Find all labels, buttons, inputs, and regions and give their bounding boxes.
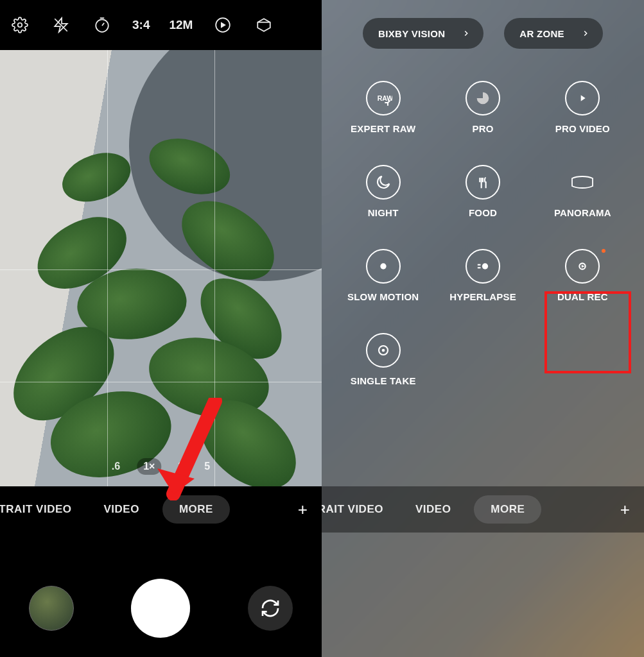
mode-single-take[interactable]: SINGLE TAKE [333, 333, 433, 386]
viewfinder-subject [45, 133, 289, 486]
mode-night[interactable]: NIGHT [333, 165, 433, 218]
mode-bar-left: PORTRAIT VIDEO VIDEO MORE + [0, 486, 322, 533]
bixby-vision-label: BIXBY VISION [378, 28, 445, 39]
night-icon [366, 165, 401, 200]
svg-marker-14 [581, 95, 586, 101]
zoom-level-3[interactable]: 3 [174, 458, 187, 475]
svg-marker-8 [258, 19, 271, 31]
mode-more[interactable]: MORE [162, 495, 230, 524]
zoom-row: .6 1× 3 5 [108, 458, 214, 475]
mode-pro[interactable]: PRO [433, 81, 532, 134]
mode-expert-raw[interactable]: RAW EXPERT RAW [333, 81, 433, 134]
mode-hyperlapse[interactable]: HYPERLAPSE [433, 249, 532, 302]
aspect-ratio-button[interactable]: 3:4 [132, 18, 150, 32]
filters-icon[interactable] [253, 14, 275, 36]
resolution-button[interactable]: 12M [169, 18, 193, 32]
svg-marker-24 [582, 265, 585, 268]
flash-off-icon[interactable] [50, 14, 72, 36]
top-pill-row: BIXBY VISION AR ZONE [322, 0, 644, 62]
chevron-right-icon [581, 29, 590, 38]
chevron-right-icon [462, 29, 471, 38]
dual-rec-icon [565, 249, 600, 284]
svg-point-3 [96, 19, 109, 32]
expert-raw-icon: RAW [366, 81, 401, 115]
mode-panorama[interactable]: PANORAMA [533, 165, 632, 218]
settings-icon[interactable] [9, 14, 31, 36]
zoom-level-06[interactable]: .6 [108, 458, 124, 475]
night-label: NIGHT [368, 207, 399, 218]
svg-point-19 [380, 263, 386, 269]
dual-rec-label: DUAL REC [557, 291, 608, 302]
motion-photo-icon[interactable] [212, 14, 234, 36]
food-label: FOOD [469, 207, 497, 218]
mode-dual-rec[interactable]: DUAL REC [533, 249, 632, 302]
mode-more-r[interactable]: MORE [474, 495, 541, 524]
svg-point-20 [482, 263, 488, 269]
zoom-level-5[interactable]: 5 [200, 458, 214, 475]
viewfinder[interactable]: .6 1× 3 5 [0, 50, 322, 486]
timer-icon[interactable] [91, 14, 113, 36]
mode-slow-motion[interactable]: SLOW MOTION [333, 249, 433, 302]
svg-line-4 [102, 23, 104, 26]
bixby-vision-button[interactable]: BIXBY VISION [363, 18, 483, 49]
hyperlapse-icon [466, 249, 500, 284]
expert-raw-label: EXPERT RAW [351, 123, 415, 134]
ar-zone-button[interactable]: AR ZONE [504, 18, 603, 49]
svg-marker-7 [222, 23, 225, 28]
customize-modes-button-r[interactable]: + [620, 500, 641, 520]
mode-grid: RAW EXPERT RAW PRO PRO VIDEO NIGHT FOOD [322, 62, 644, 386]
zoom-level-1x[interactable]: 1× [137, 458, 161, 475]
svg-point-26 [381, 349, 385, 352]
ar-zone-label: AR ZONE [519, 28, 564, 39]
gallery-thumbnail[interactable] [29, 586, 74, 631]
pro-label: PRO [472, 123, 493, 134]
camera-screen-left: 3:4 12M [0, 0, 322, 657]
switch-camera-button[interactable] [248, 586, 293, 631]
shutter-row [0, 579, 322, 638]
pro-icon [466, 81, 500, 115]
hyperlapse-label: HYPERLAPSE [449, 291, 516, 302]
shutter-button[interactable] [131, 579, 190, 638]
customize-modes-button[interactable]: + [298, 500, 319, 520]
slow-motion-icon [366, 249, 401, 284]
pro-video-label: PRO VIDEO [555, 123, 610, 134]
mode-bar-right: RTRAIT VIDEO VIDEO MORE + [322, 486, 644, 533]
mode-portrait-video-r[interactable]: RTRAIT VIDEO [322, 497, 392, 522]
mode-video-r[interactable]: VIDEO [406, 497, 460, 522]
single-take-label: SINGLE TAKE [351, 375, 416, 386]
panorama-icon [565, 165, 600, 200]
mode-pro-video[interactable]: PRO VIDEO [533, 81, 632, 134]
top-options-bar: 3:4 12M [0, 0, 322, 50]
food-icon [466, 165, 500, 200]
slow-motion-label: SLOW MOTION [347, 291, 419, 302]
more-modes-screen: BIXBY VISION AR ZONE RAW EXPERT RAW PRO … [322, 0, 644, 657]
svg-point-0 [18, 23, 22, 28]
mode-video[interactable]: VIDEO [95, 497, 148, 522]
mode-portrait-video[interactable]: PORTRAIT VIDEO [0, 497, 81, 522]
panorama-label: PANORAMA [554, 207, 611, 218]
mode-food[interactable]: FOOD [433, 165, 532, 218]
single-take-icon [366, 333, 401, 368]
new-indicator-dot [602, 249, 605, 253]
pro-video-icon [565, 81, 600, 115]
